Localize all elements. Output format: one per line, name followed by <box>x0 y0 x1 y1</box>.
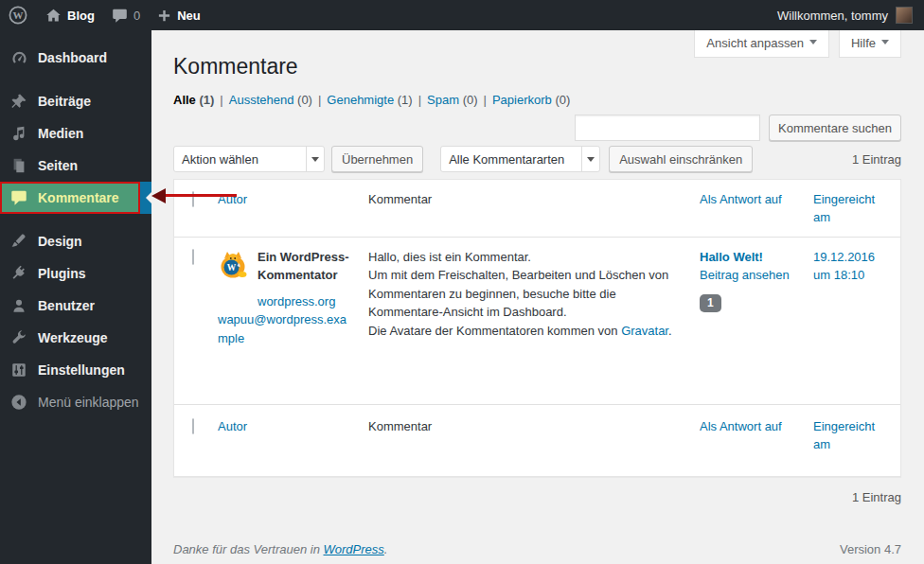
admin-footer: Danke für das Vertrauen in WordPress. Ve… <box>173 542 901 556</box>
row-checkbox[interactable] <box>192 249 194 265</box>
comment-text: Die Avatare der Kommentatoren kommen von… <box>368 322 681 341</box>
collapse-arrow-icon <box>9 393 28 412</box>
collapse-menu-label: Menü einklappen <box>38 395 139 410</box>
filter-spam[interactable]: Spam <box>427 93 459 107</box>
wapuu-avatar: W <box>218 250 248 280</box>
filter-approved[interactable]: Genehmigte <box>327 93 394 107</box>
new-label: Neu <box>177 9 201 23</box>
apply-button[interactable]: Übernehmen <box>331 146 423 172</box>
column-submitted-on[interactable]: Eingereicht am <box>813 419 875 451</box>
wrench-icon <box>9 328 28 347</box>
comments-icon <box>9 188 28 207</box>
comment-time-link[interactable]: um 18:10 <box>813 266 891 285</box>
pages-icon <box>9 156 28 175</box>
table-header-row: Autor Kommentar Als Antwort auf Eingerei… <box>174 180 900 238</box>
column-author[interactable]: Autor <box>218 419 247 433</box>
svg-text:W: W <box>227 263 237 273</box>
sidebar-item-label: Design <box>38 234 82 249</box>
items-count: 1 Eintrag <box>852 490 901 504</box>
chevron-down-icon <box>881 40 889 48</box>
sidebar-item-label: Plugins <box>38 266 86 281</box>
plus-icon <box>157 9 171 23</box>
bulk-action-select[interactable]: Aktion wählen <box>173 146 325 172</box>
greeting-text[interactable]: Willkommen, tommy <box>777 9 888 23</box>
sidebar-item-label: Medien <box>38 126 83 141</box>
sidebar-item-label: Kommentare <box>38 190 119 205</box>
tablenav-bottom: 1 Eintrag <box>173 490 901 504</box>
site-name: Blog <box>67 9 95 23</box>
sidebar-item-plugins[interactable]: Plugins <box>0 257 151 290</box>
admin-bar-site-menu[interactable]: Blog <box>37 0 103 30</box>
comment-count-badge[interactable]: 1 <box>700 294 721 312</box>
column-comment: Kommentar <box>359 180 690 237</box>
select-all-checkbox[interactable] <box>192 418 194 434</box>
sidebar-item-settings[interactable]: Einstellungen <box>0 354 151 386</box>
author-cell: W Ein WordPress-Kommentator wordpress.or… <box>208 238 359 404</box>
column-in-response-to[interactable]: Als Antwort auf <box>700 419 782 433</box>
sidebar-item-media[interactable]: Medien <box>0 117 151 150</box>
sidebar-item-tools[interactable]: Werkzeuge <box>0 322 151 354</box>
wordpress-link[interactable]: WordPress <box>324 542 384 556</box>
table-footer-row: Autor Kommentar Als Antwort auf Eingerei… <box>174 404 900 477</box>
select-arrow-icon <box>306 147 324 171</box>
sidebar-item-posts[interactable]: Beiträge <box>0 85 151 117</box>
comment-text: Um mit dem Freischalten, Bearbeiten und … <box>368 266 681 322</box>
filter-all[interactable]: Alle (1) <box>173 93 214 107</box>
content-area: Ansicht anpassen Hilfe Kommentare Alle (… <box>151 30 924 564</box>
help-button[interactable]: Hilfe <box>839 30 901 58</box>
screen-options-label: Ansicht anpassen <box>706 36 804 50</box>
admin-bar-comments[interactable]: 0 <box>103 0 149 30</box>
paintbrush-icon <box>9 232 28 251</box>
gravatar-link[interactable]: Gravatar <box>621 324 668 338</box>
sidebar-item-pages[interactable]: Seiten <box>0 150 151 182</box>
column-submitted-on[interactable]: Eingereicht am <box>813 192 875 224</box>
svg-text:W: W <box>13 9 24 21</box>
admin-menu: Dashboard Beiträge Medien Seiten Komment… <box>0 30 151 564</box>
admin-bar: W Blog 0 Neu Willkommen, tommy <box>0 0 924 30</box>
select-arrow-icon <box>581 147 599 171</box>
comment-bubble-icon <box>112 8 128 24</box>
annotation-arrow-line <box>166 194 237 197</box>
status-filter-links: Alle (1)|Ausstehend (0)|Genehmigte (1)|S… <box>173 93 901 107</box>
filter-button[interactable]: Auswahl einschränken <box>609 146 753 172</box>
version-text: Version 4.7 <box>840 542 901 556</box>
author-email-link[interactable]: wapuu@wordpress.example <box>218 310 349 347</box>
search-comments-button[interactable]: Kommentare suchen <box>769 115 901 141</box>
tablenav-top: Aktion wählen Übernehmen Alle Kommentara… <box>173 145 901 173</box>
comments-table: Autor Kommentar Als Antwort auf Eingerei… <box>173 179 901 477</box>
sidebar-item-comments[interactable]: Kommentare <box>0 182 140 214</box>
pushpin-icon <box>9 92 28 111</box>
sidebar-item-label: Benutzer <box>38 298 95 313</box>
user-avatar[interactable] <box>896 7 913 24</box>
sidebar-item-users[interactable]: Benutzer <box>0 290 151 322</box>
search-input[interactable] <box>575 115 760 141</box>
screen-options-button[interactable]: Ansicht anpassen <box>694 30 829 58</box>
collapse-menu-button[interactable]: Menü einklappen <box>0 386 151 418</box>
post-link[interactable]: Hallo Welt! <box>700 248 794 267</box>
comment-type-select[interactable]: Alle Kommentararten <box>440 146 600 172</box>
user-icon <box>9 296 28 315</box>
wordpress-logo-icon[interactable]: W <box>0 0 37 30</box>
filter-trash[interactable]: Papierkorb <box>492 93 552 107</box>
view-post-link[interactable]: Beitrag ansehen <box>700 266 794 285</box>
comment-count: 0 <box>133 9 140 23</box>
admin-bar-new[interactable]: Neu <box>149 0 209 30</box>
dashboard-icon <box>9 48 28 67</box>
comment-date-link[interactable]: 19.12.2016 <box>813 248 891 267</box>
submitted-on-cell: 19.12.2016 um 18:10 <box>804 238 900 404</box>
column-comment: Kommentar <box>359 405 690 477</box>
plug-icon <box>9 264 28 283</box>
media-icon <box>9 124 28 143</box>
filter-pending[interactable]: Ausstehend <box>229 93 294 107</box>
chevron-down-icon <box>809 40 817 48</box>
comment-row: W Ein WordPress-Kommentator wordpress.or… <box>174 238 900 404</box>
column-in-response-to[interactable]: Als Antwort auf <box>700 192 782 206</box>
author-url-link[interactable]: wordpress.org <box>258 292 335 311</box>
sidebar-item-dashboard[interactable]: Dashboard <box>0 42 151 74</box>
home-icon <box>45 8 62 24</box>
sidebar-item-label: Werkzeuge <box>38 330 108 345</box>
footer-thanks-text: Danke für das Vertrauen in WordPress. <box>173 542 387 556</box>
sidebar-item-appearance[interactable]: Design <box>0 225 151 257</box>
sidebar-item-label: Dashboard <box>38 50 107 65</box>
comment-text: Hallo, dies ist ein Kommentar. <box>368 248 681 267</box>
